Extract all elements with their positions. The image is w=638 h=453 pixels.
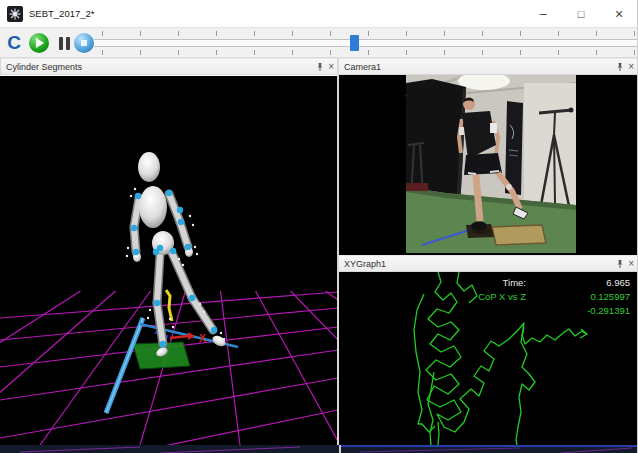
rewind-icon: C — [7, 32, 21, 54]
ruler-tick — [368, 50, 369, 55]
camera-video-view — [338, 75, 638, 255]
cursor-arrow — [580, 329, 587, 338]
time-label: Time: — [503, 277, 526, 288]
panel-header-cylinder-segments: Cylinder Segments × — [0, 58, 338, 75]
ruler-tick — [178, 50, 179, 55]
cop-top-entry — [457, 272, 477, 303]
panel-header-camera1: Camera1 × — [338, 58, 638, 75]
ruler-tick — [140, 31, 141, 36]
ruler-tick — [444, 50, 445, 55]
video-red-equipment — [406, 183, 428, 191]
panel-close-icon[interactable]: × — [628, 257, 634, 271]
timeline-ruler[interactable] — [94, 28, 638, 58]
app-window: SEBT_2017_2* – □ × C Cylinder Segments — [0, 0, 638, 453]
panel-header-xygraph1: XYGraph1 × — [338, 255, 638, 272]
window-title: SEBT_2017_2* — [29, 8, 95, 19]
panel-title: Cylinder Segments — [6, 62, 82, 72]
cop-descender-left-b — [438, 422, 439, 445]
time-value: 6.965 — [606, 277, 630, 288]
ruler-tick — [292, 31, 293, 36]
play-button[interactable] — [27, 31, 51, 55]
maximize-button[interactable]: □ — [562, 0, 600, 28]
pin-icon[interactable] — [316, 62, 324, 72]
ruler-tick — [406, 50, 407, 55]
series-label: CoP X vs Z — [478, 291, 526, 302]
panel-title: XYGraph1 — [344, 259, 386, 269]
torso — [139, 186, 167, 228]
axis-x-arrowhead — [188, 332, 195, 340]
ruler-tick — [406, 31, 407, 36]
panel-close-icon[interactable]: × — [328, 60, 334, 74]
foot-right — [211, 334, 228, 349]
rewind-button[interactable]: C — [2, 31, 26, 55]
cop-descender-right — [516, 327, 535, 445]
ruler-tick — [178, 31, 179, 36]
3d-viewport[interactable]: X — [0, 76, 338, 445]
app-icon — [7, 6, 23, 22]
title-bar: SEBT_2017_2* – □ × — [0, 0, 638, 28]
play-icon — [29, 33, 49, 53]
app-logo-star-icon — [7, 6, 23, 22]
pause-icon — [59, 37, 63, 50]
cop-x-value: 0.125997 — [590, 291, 630, 302]
pin-icon[interactable] — [616, 62, 624, 72]
axis-x-label: X — [199, 333, 206, 344]
person-left-leg — [476, 175, 480, 221]
ruler-tick — [482, 31, 483, 36]
ruler-tick — [558, 50, 559, 55]
ruler-tick — [482, 50, 483, 55]
stop-icon — [74, 33, 94, 53]
ruler-tick — [558, 31, 559, 36]
xy-graph-view[interactable]: Time: 6.965 CoP X vs Z 0.125997 -0.29139… — [338, 272, 638, 445]
timeline-track[interactable] — [94, 39, 638, 47]
graph-overlay-text: Time: 6.965 CoP X vs Z 0.125997 -0.29139… — [478, 277, 630, 316]
panel-close-icon[interactable]: × — [628, 60, 634, 74]
pin-icon[interactable] — [616, 259, 624, 269]
ruler-tick — [216, 31, 217, 36]
ruler-tick — [216, 50, 217, 55]
clipped-bottom-panel — [0, 445, 638, 453]
ruler-tick — [330, 50, 331, 55]
stop-button[interactable] — [72, 31, 96, 55]
ruler-tick — [140, 50, 141, 55]
timeline-slider-handle[interactable] — [350, 35, 359, 51]
ruler-tick — [254, 31, 255, 36]
ruler-tick — [102, 31, 103, 36]
person-left-shoe — [471, 222, 487, 231]
minimize-button[interactable]: – — [524, 0, 562, 28]
person-armband-right — [490, 123, 497, 133]
ruler-tick — [368, 31, 369, 36]
ruler-tick — [330, 31, 331, 36]
ruler-tick — [596, 31, 597, 36]
video-right-wall — [524, 83, 576, 207]
close-button[interactable]: × — [600, 0, 638, 28]
ruler-tick — [102, 50, 103, 55]
video-frame — [406, 75, 576, 253]
person-armband-left — [459, 127, 464, 135]
ruler-tick — [596, 50, 597, 55]
head — [138, 152, 160, 182]
ruler-tick — [254, 50, 255, 55]
ruler-tick — [520, 31, 521, 36]
cop-z-value: -0.291391 — [587, 305, 630, 316]
panel-splitter[interactable] — [337, 58, 339, 445]
person-knee-tape — [506, 184, 512, 190]
ruler-tick — [634, 50, 635, 55]
panel-title: Camera1 — [344, 62, 381, 72]
force-plate-video — [492, 225, 546, 245]
ruler-tick — [634, 31, 635, 36]
ruler-tick — [292, 50, 293, 55]
ruler-tick — [444, 31, 445, 36]
cop-descender-left-a — [428, 372, 434, 445]
playback-toolbar: C — [0, 28, 638, 58]
ruler-tick — [520, 50, 521, 55]
